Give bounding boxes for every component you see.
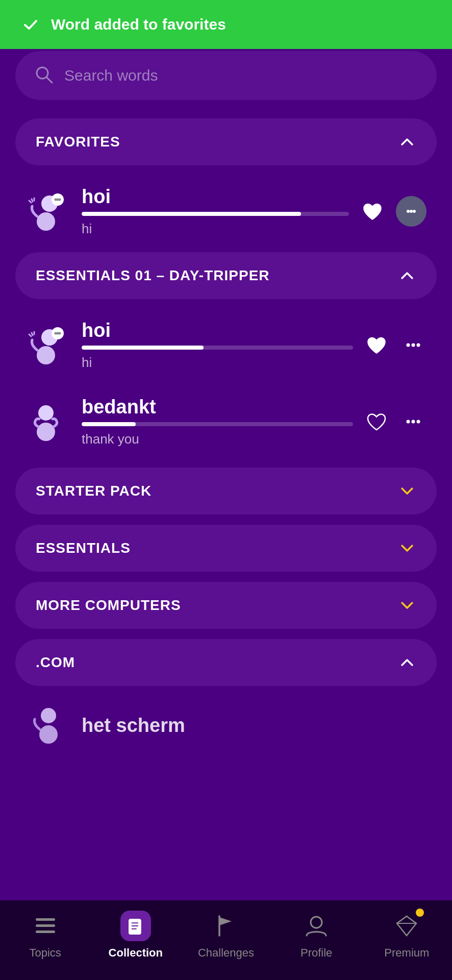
word-card-e01-bedankt: bedankt thank you <box>15 386 437 457</box>
nav-item-topics[interactable]: Topics <box>15 911 76 960</box>
section-title-essentials01: ESSENTIALS 01 – DAY-TRIPPER <box>36 267 270 284</box>
chevron-up-icon-e01 <box>398 266 416 285</box>
svg-point-24 <box>417 420 420 424</box>
character-avatar-2 <box>20 320 71 371</box>
svg-point-21 <box>38 405 54 421</box>
svg-point-10 <box>413 210 416 213</box>
character-avatar <box>20 186 71 237</box>
translation-3: thank you <box>82 431 353 447</box>
progress-fill-2 <box>82 346 204 350</box>
search-bar[interactable] <box>15 51 437 100</box>
section-title-starterpack: STARTER PACK <box>36 483 152 499</box>
nav-item-collection[interactable]: Collection <box>105 911 166 960</box>
bottom-navigation: Topics Collection Challenges <box>0 900 452 980</box>
translation: hi <box>82 221 349 237</box>
nav-item-premium[interactable]: Premium <box>376 911 437 960</box>
word-info-2: hoi hi <box>82 320 353 371</box>
svg-point-36 <box>311 917 322 928</box>
notification-banner: Word added to favorites <box>0 0 452 49</box>
svg-point-22 <box>407 420 410 424</box>
section-header-favorites[interactable]: FAVORITES <box>15 118 437 165</box>
word-text: hoi <box>82 186 349 208</box>
svg-line-1 <box>46 77 52 83</box>
svg-marker-37 <box>397 916 416 936</box>
check-icon <box>20 14 41 35</box>
section-header-essentials[interactable]: ESSENTIALS <box>15 525 437 572</box>
svg-point-20 <box>37 423 55 441</box>
diamond-icon <box>391 911 422 941</box>
svg-point-26 <box>41 708 56 723</box>
notification-message: Word added to favorites <box>51 16 226 33</box>
partial-word-card: het scherm <box>15 696 437 754</box>
progress-bar-2 <box>82 346 353 350</box>
section-title-favorites: FAVORITES <box>36 134 120 150</box>
svg-point-18 <box>412 344 415 347</box>
nav-item-profile[interactable]: Profile <box>286 911 347 960</box>
svg-rect-27 <box>36 918 55 921</box>
chevron-down-icon-sp <box>398 482 416 500</box>
progress-bar-3 <box>82 422 353 426</box>
nav-item-challenges[interactable]: Challenges <box>195 911 257 960</box>
progress-bar <box>82 212 349 216</box>
section-title-dotcom: .COM <box>36 654 75 671</box>
svg-line-39 <box>397 916 407 923</box>
favorite-button-3[interactable] <box>363 408 390 435</box>
word-card-e01-hoi: hoi hi <box>15 309 437 381</box>
profile-icon <box>301 911 332 941</box>
section-title-essentials: ESSENTIALS <box>36 540 131 556</box>
chevron-up-icon-dc <box>398 653 416 672</box>
chat-button[interactable] <box>396 196 426 227</box>
nav-label-collection: Collection <box>109 946 163 960</box>
section-header-starterpack[interactable]: STARTER PACK <box>15 468 437 514</box>
more-options-button-2[interactable] <box>400 408 426 435</box>
svg-point-8 <box>407 210 410 213</box>
svg-point-7 <box>59 199 61 201</box>
nav-label-challenges: Challenges <box>198 946 254 960</box>
chevron-down-icon-es <box>398 539 416 557</box>
word-text-2: hoi <box>82 320 353 341</box>
collection-icon <box>120 911 151 941</box>
section-header-dotcom[interactable]: .COM <box>15 639 437 686</box>
svg-point-16 <box>59 332 61 335</box>
section-header-morecomputers[interactable]: MORE COMPUTERS <box>15 582 437 629</box>
svg-rect-28 <box>36 924 55 927</box>
word-actions-2 <box>363 332 426 358</box>
chevron-up-icon <box>398 133 416 151</box>
character-avatar-3 <box>20 396 71 447</box>
search-input[interactable] <box>64 67 418 84</box>
progress-fill-3 <box>82 422 136 426</box>
character-avatar-partial <box>26 701 71 749</box>
word-card-favorites-hoi: hoi hi <box>15 176 437 247</box>
svg-point-2 <box>37 212 55 231</box>
more-options-button[interactable] <box>400 332 426 358</box>
search-icon <box>34 64 54 87</box>
svg-line-40 <box>407 916 416 923</box>
svg-point-17 <box>407 344 410 347</box>
flag-icon <box>211 911 241 941</box>
word-actions <box>359 196 426 227</box>
progress-fill <box>82 212 301 216</box>
favorite-button[interactable] <box>359 198 386 225</box>
svg-point-11 <box>37 346 55 364</box>
svg-rect-29 <box>36 930 55 933</box>
partial-word-text: het scherm <box>82 715 185 737</box>
svg-rect-32 <box>129 919 141 935</box>
svg-point-25 <box>39 725 58 744</box>
section-title-morecomputers: MORE COMPUTERS <box>36 597 181 614</box>
section-header-essentials01[interactable]: ESSENTIALS 01 – DAY-TRIPPER <box>15 252 437 299</box>
word-info-3: bedankt thank you <box>82 396 353 447</box>
nav-label-premium: Premium <box>384 946 429 960</box>
main-content: FAVORITES <box>0 0 452 846</box>
chevron-down-icon-mc <box>398 596 416 615</box>
premium-dot <box>416 909 424 917</box>
nav-label-topics: Topics <box>29 946 61 960</box>
svg-point-19 <box>417 344 420 347</box>
svg-point-9 <box>410 210 413 213</box>
svg-point-23 <box>412 420 415 424</box>
list-icon <box>30 911 61 941</box>
nav-label-profile: Profile <box>300 946 332 960</box>
favorite-button-2[interactable] <box>363 332 390 358</box>
word-actions-3 <box>363 408 426 435</box>
word-text-3: bedankt <box>82 396 353 418</box>
word-info: hoi hi <box>82 186 349 237</box>
